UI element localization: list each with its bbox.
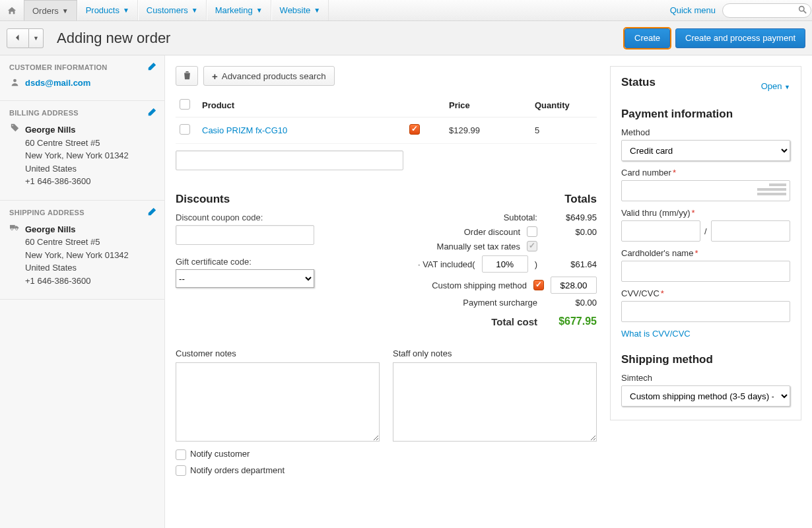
customer-info-heading: CUSTOMER INFORMATION: [9, 63, 155, 71]
cvv-input[interactable]: [621, 301, 790, 322]
back-button[interactable]: [7, 28, 29, 48]
nav-tab-products[interactable]: Products▼: [77, 0, 138, 20]
billing-name: George Nills: [25, 123, 129, 137]
billing-street: 60 Centre Street #5: [25, 137, 129, 150]
product-price: $129.99: [445, 117, 531, 144]
surcharge-value: $0.00: [544, 298, 597, 308]
custship-input[interactable]: [551, 277, 597, 294]
valid-yy-input[interactable]: [711, 220, 790, 242]
price-override-checkbox[interactable]: [409, 124, 420, 135]
add-product-input[interactable]: [176, 150, 403, 170]
svg-point-0: [799, 6, 804, 11]
product-qty: 5: [531, 117, 597, 144]
home-icon[interactable]: [0, 0, 24, 20]
payment-heading: Payment information: [621, 108, 790, 121]
cardnum-label: Card number: [621, 168, 790, 178]
edit-icon[interactable]: [147, 62, 156, 73]
table-row: Casio PRIZM fx-CG10 $129.99 5: [176, 117, 597, 144]
valid-mm-input[interactable]: [621, 220, 700, 242]
truck-icon: [9, 223, 20, 233]
totalcost-value: $677.95: [544, 315, 597, 327]
shipping-heading: SHIPPING ADDRESS: [9, 209, 155, 216]
gift-select[interactable]: --: [176, 269, 314, 288]
product-link[interactable]: Casio PRIZM fx-CG10: [202, 125, 287, 135]
shipping-country: United States: [25, 261, 129, 275]
discounts-section: Discounts Discount coupon code: Gift cer…: [176, 170, 378, 288]
notes-section: Customer notes Staff only notes: [176, 348, 597, 444]
holder-label: Cardholder's name: [621, 248, 790, 258]
svg-line-1: [803, 11, 806, 13]
coupon-input[interactable]: [176, 225, 314, 245]
customer-email-link[interactable]: dsds@mail.com: [25, 78, 90, 88]
totals-heading: Totals: [386, 193, 597, 206]
right-panel: Status Open ▼ Payment information Method…: [610, 66, 801, 420]
search-icon[interactable]: [798, 5, 807, 16]
edit-icon[interactable]: [147, 207, 156, 218]
status-dropdown[interactable]: Open ▼: [761, 81, 790, 91]
method-select[interactable]: Credit card: [621, 140, 790, 161]
edit-icon[interactable]: [147, 108, 156, 119]
shipmethod-vendor: Simtech: [621, 373, 790, 383]
quick-menu-link[interactable]: Quick menu: [670, 0, 716, 20]
card-icon: [757, 183, 786, 198]
delete-button[interactable]: [176, 66, 198, 86]
billing-heading: BILLING ADDRESS: [9, 109, 155, 117]
holder-input[interactable]: [621, 261, 790, 282]
totals-section: Totals Subtotal: $649.95 Order discount …: [386, 170, 597, 331]
svg-point-5: [11, 228, 13, 230]
method-label: Method: [621, 127, 790, 137]
col-qty: Quantity: [531, 94, 597, 117]
orderdisc-checkbox[interactable]: [527, 226, 537, 237]
svg-point-3: [12, 125, 13, 126]
notify-customer-checkbox[interactable]: [176, 449, 186, 460]
title-bar: ▼ Adding new order Create Create and pro…: [0, 21, 812, 55]
customer-notes-input[interactable]: [176, 362, 380, 442]
billing-phone: +1 646-386-3600: [25, 175, 129, 188]
page-title: Adding new order: [57, 30, 619, 47]
select-all-checkbox[interactable]: [180, 99, 190, 110]
top-nav: Orders▼ Products▼ Customers▼ Marketing▼ …: [0, 0, 812, 21]
validthru-label: Valid thru (mm/yy): [621, 208, 790, 218]
caret-down-icon: ▼: [123, 7, 129, 14]
staff-notes-input[interactable]: [393, 362, 597, 442]
nav-tab-marketing[interactable]: Marketing▼: [207, 0, 271, 20]
status-heading: Status: [621, 76, 656, 89]
totalcost-label: Total cost: [386, 316, 537, 327]
back-button-group: ▼: [7, 28, 44, 48]
cvv-label: CVV/CVC: [621, 288, 790, 298]
advanced-search-button[interactable]: + Advanced products search: [203, 66, 335, 86]
shipmethod-select[interactable]: Custom shipping method (3-5 days) - $28.…: [621, 385, 790, 407]
create-and-process-button[interactable]: Create and process payment: [675, 28, 805, 48]
shipping-citystate: New York, New York 01342: [25, 249, 129, 262]
surcharge-label: Payment surcharge: [386, 298, 537, 308]
billing-country: United States: [25, 162, 129, 176]
caret-down-icon: ▼: [191, 7, 198, 14]
vat-value: $61.64: [544, 259, 597, 269]
caret-down-icon: ▼: [314, 7, 320, 14]
shipmethod-heading: Shipping method: [621, 353, 790, 366]
notify-dept-checkbox[interactable]: [176, 465, 186, 476]
manualtax-checkbox[interactable]: [527, 241, 537, 251]
col-product: Product: [198, 94, 405, 117]
custship-checkbox[interactable]: [533, 280, 544, 290]
center-column: + Advanced products search Product Price…: [176, 66, 597, 476]
nav-tab-website[interactable]: Website▼: [271, 0, 329, 20]
sidebar: CUSTOMER INFORMATION dsds@mail.com BILLI…: [0, 55, 165, 528]
plus-icon: +: [212, 71, 218, 82]
staff-notes-label: Staff only notes: [393, 348, 597, 358]
shipping-street: 60 Centre Street #5: [25, 236, 129, 249]
caret-down-icon: ▼: [784, 84, 790, 90]
nav-tab-customers[interactable]: Customers▼: [138, 0, 207, 20]
cvv-help-link[interactable]: What is CVV/CVC: [621, 329, 691, 339]
back-history-dropdown[interactable]: ▼: [29, 28, 44, 48]
row-checkbox[interactable]: [180, 124, 190, 135]
vat-pct-input[interactable]: [482, 255, 528, 273]
shipping-phone: +1 646-386-3600: [25, 275, 129, 288]
shipping-name: George Nills: [25, 223, 129, 236]
nav-tab-orders[interactable]: Orders▼: [24, 0, 77, 20]
customer-notes-label: Customer notes: [176, 348, 380, 358]
gift-label: Gift certificate code:: [176, 257, 378, 267]
create-button[interactable]: Create: [625, 28, 670, 48]
manualtax-label: Manually set tax rates: [386, 242, 520, 251]
col-price: Price: [445, 94, 531, 117]
